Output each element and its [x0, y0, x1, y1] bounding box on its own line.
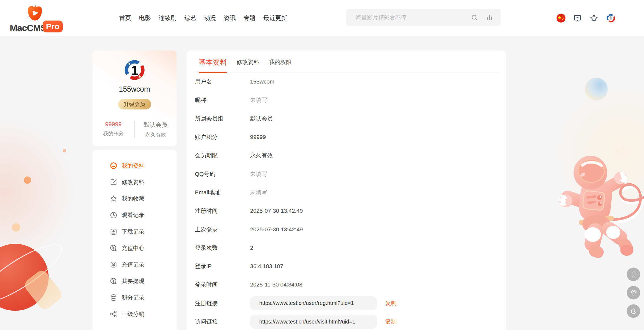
- sidebar-item-3[interactable]: 观看记录: [92, 207, 177, 223]
- link-field[interactable]: https://www.test.cn/user/reg.html?uid=1: [250, 296, 377, 310]
- row-value: 2025-07-30 13:42:49: [250, 226, 303, 233]
- nav-item-4[interactable]: 动漫: [204, 14, 216, 22]
- user-avatar[interactable]: 155: [606, 14, 616, 23]
- sidebar-item-7[interactable]: 我要提现: [92, 273, 177, 289]
- search-input[interactable]: [346, 9, 470, 26]
- sidebar-menu: 我的资料修改资料我的收藏观看记录下载记录充值中心充值记录我要提现积分记录三级分销: [92, 150, 177, 330]
- brand-name: MacCMS: [10, 23, 47, 33]
- profile-row: 用户名155wcom: [195, 72, 498, 91]
- sidebar-item-label: 下载记录: [122, 228, 144, 235]
- row-label: 账户积分: [195, 133, 250, 141]
- search-actions: [470, 14, 501, 22]
- clock-icon: [109, 211, 118, 219]
- row-label: 所属会员组: [195, 115, 250, 122]
- profile-row: 昵称未填写: [195, 91, 498, 109]
- group-value: 默认会员: [144, 121, 168, 129]
- yen-square-icon: [109, 261, 118, 269]
- star-icon: [109, 195, 118, 203]
- sidebar-item-2[interactable]: 我的收藏: [92, 190, 177, 207]
- row-value: 永久有效: [250, 152, 273, 159]
- site-logo[interactable]: MacCMS Pro: [10, 3, 67, 34]
- nav-item-0[interactable]: 首页: [119, 14, 131, 22]
- astronaut-illustration: [556, 150, 644, 262]
- bubble-decoration: [585, 78, 608, 101]
- tab-0[interactable]: 基本资料: [199, 58, 227, 73]
- nav-item-3[interactable]: 综艺: [184, 14, 196, 22]
- profile-row: 登录时间2025-11-30 04:34:08: [195, 275, 498, 294]
- copy-button[interactable]: 复制: [385, 318, 397, 325]
- main-nav: 首页电影连续剧综艺动漫资讯专题最近更新: [119, 0, 287, 36]
- row-label: 会员期限: [195, 152, 250, 159]
- row-label: 登录次数: [195, 244, 250, 252]
- profile-row: 访问链接https://www.test.cn/user/visit.html?…: [195, 312, 498, 330]
- sidebar-item-4[interactable]: 下载记录: [92, 223, 177, 240]
- row-label: 登录时间: [195, 281, 250, 288]
- profile-row: 登录次数2: [195, 239, 498, 257]
- profile-row: 所属会员组默认会员: [195, 109, 498, 128]
- profile-row: Email地址未填写: [195, 183, 498, 202]
- sidebar-item-label: 我的收藏: [122, 195, 144, 202]
- tab-1[interactable]: 修改资料: [237, 58, 259, 73]
- sidebar-item-label: 观看记录: [122, 211, 144, 219]
- database-icon: [109, 294, 118, 302]
- row-label: QQ号码: [195, 170, 250, 178]
- sidebar-item-label: 我的资料: [122, 162, 144, 169]
- profile-summary-card: 155 155wcom 升级会员 99999 我的积分 默认会员 永久有效: [92, 51, 177, 146]
- ranking-chart-icon[interactable]: [486, 14, 493, 21]
- nav-item-1[interactable]: 电影: [139, 14, 151, 22]
- profile-row: 注册链接https://www.test.cn/user/reg.html?ui…: [195, 294, 498, 312]
- sidebar-item-8[interactable]: 积分记录: [92, 289, 177, 306]
- row-value: 未填写: [250, 189, 267, 196]
- row-value: 2: [250, 245, 253, 251]
- profile-row: 账户积分99999: [195, 128, 498, 146]
- tab-2[interactable]: 我的权限: [269, 58, 292, 73]
- profile-stats: 99999 我的积分 默认会员 永久有效: [92, 121, 177, 138]
- nav-item-2[interactable]: 连续剧: [159, 14, 177, 22]
- row-value: 未填写: [250, 96, 267, 104]
- mobile-version-button[interactable]: [627, 268, 640, 281]
- row-label: 注册链接: [195, 299, 250, 307]
- group-stat: 默认会员 永久有效: [135, 121, 177, 138]
- link-field[interactable]: https://www.test.cn/user/visit.html?uid=…: [250, 315, 377, 329]
- row-label: Email地址: [195, 189, 250, 196]
- sidebar-item-1[interactable]: 修改资料: [92, 174, 177, 190]
- profile-username: 155wcom: [119, 85, 150, 94]
- theme-skin-button[interactable]: [627, 286, 640, 299]
- upgrade-member-button[interactable]: 升级会员: [118, 99, 151, 109]
- link-url: https://www.test.cn/user/visit.html?uid=…: [259, 319, 355, 325]
- profile-row: 会员期限永久有效: [195, 146, 498, 165]
- search-bar: [346, 9, 501, 26]
- profile-tabs: 基本资料修改资料我的权限: [195, 51, 499, 72]
- points-label: 我的积分: [103, 130, 124, 137]
- sidebar-item-0[interactable]: 我的资料: [92, 157, 177, 174]
- svg-text:1: 1: [609, 15, 612, 21]
- smile-icon: [109, 162, 118, 170]
- planet-decoration: [0, 244, 49, 311]
- search-icon[interactable]: [470, 14, 479, 22]
- row-value: 默认会员: [250, 115, 273, 122]
- dot-decoration: [24, 176, 31, 184]
- sidebar-item-6[interactable]: 充值记录: [92, 256, 177, 273]
- night-mode-button[interactable]: [627, 304, 640, 318]
- profile-rows: 用户名155wcom昵称未填写所属会员组默认会员账户积分99999会员期限永久有…: [195, 72, 498, 330]
- copy-button[interactable]: 复制: [385, 299, 397, 307]
- sidebar-item-5[interactable]: 充值中心: [92, 240, 177, 256]
- sidebar-item-9[interactable]: 三级分销: [92, 306, 177, 322]
- share-icon: [109, 310, 118, 318]
- row-value: 2025-11-30 04:34:08: [250, 281, 302, 288]
- nav-item-5[interactable]: 资讯: [224, 14, 236, 22]
- sidebar-item-label: 充值记录: [122, 261, 144, 268]
- profile-avatar[interactable]: 155: [123, 59, 146, 81]
- floating-toolbar: [627, 268, 640, 318]
- nav-item-7[interactable]: 最近更新: [263, 14, 287, 22]
- language-china-flag-icon[interactable]: [556, 14, 566, 23]
- dot-decoration: [12, 223, 20, 232]
- group-label: 永久有效: [145, 131, 166, 138]
- row-label: 登录IP: [195, 262, 250, 270]
- header-user-area: 155: [556, 0, 616, 36]
- sidebar-item-label: 我要提现: [122, 277, 144, 285]
- favorites-star-icon[interactable]: [589, 14, 599, 23]
- nav-item-6[interactable]: 专题: [244, 14, 255, 22]
- profile-row: 注册时间2025-07-30 13:42:49: [195, 202, 498, 220]
- messages-icon[interactable]: [573, 14, 582, 22]
